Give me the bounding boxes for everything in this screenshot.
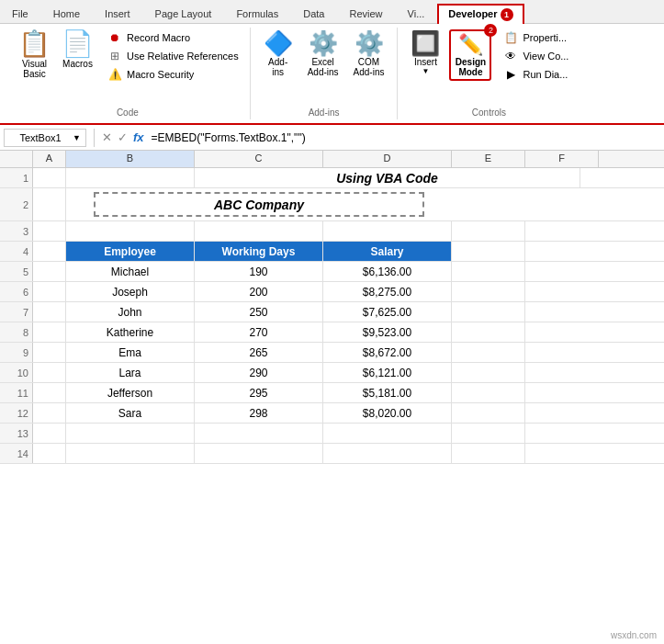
tab-formulas[interactable]: Formulas: [224, 4, 290, 23]
cell-days-6[interactable]: 295: [195, 383, 323, 402]
add-ins-button[interactable]: 🔷 Add-ins: [258, 29, 298, 79]
cell-employee-5[interactable]: Lara: [66, 363, 195, 382]
tab-developer[interactable]: Developer1: [437, 4, 523, 24]
cell-a13[interactable]: [33, 424, 66, 443]
tab-insert[interactable]: Insert: [93, 4, 142, 23]
cell-d13[interactable]: [323, 424, 452, 443]
com-add-ins-button[interactable]: ⚙️ COMAdd-ins: [348, 29, 390, 79]
row-num-6: 6: [0, 282, 33, 301]
formula-confirm-icon[interactable]: ✓: [118, 130, 128, 144]
cell-a12[interactable]: [33, 403, 66, 423]
cell-employee-1[interactable]: Joseph: [66, 282, 195, 301]
use-relative-button[interactable]: ⊞ Use Relative References: [103, 48, 242, 64]
cell-c3[interactable]: [195, 221, 323, 241]
insert-control-button[interactable]: 🔲 Insert ▼: [405, 29, 445, 77]
view-code-button[interactable]: 👁 View Co...: [499, 48, 572, 64]
cell-e7[interactable]: [452, 302, 525, 322]
cell-salary-6[interactable]: $5,181.00: [323, 383, 452, 402]
cell-a5[interactable]: [33, 262, 66, 281]
cell-a8[interactable]: [33, 322, 66, 342]
formula-bar: ▼ ✕ ✓ fx: [0, 125, 664, 151]
properties-button[interactable]: 📋 Properti...: [499, 29, 572, 46]
visual-basic-button[interactable]: 📋 VisualBasic: [13, 29, 56, 81]
cell-e4[interactable]: [452, 242, 525, 261]
row-num-4: 4: [0, 242, 33, 261]
cell-e10[interactable]: [452, 363, 525, 382]
row-num-9: 9: [0, 343, 33, 362]
cell-e11[interactable]: [452, 383, 525, 402]
record-macro-button[interactable]: ⏺ Record Macro: [103, 29, 242, 46]
table-row: 11 Jefferson 295 $5,181.00: [0, 383, 664, 403]
design-mode-button[interactable]: ✏️ DesignMode 2: [449, 29, 491, 81]
cell-days-2[interactable]: 250: [195, 302, 323, 322]
macros-icon: 📄: [62, 31, 94, 57]
cell-employee-4[interactable]: Ema: [66, 343, 195, 362]
cell-employee-3[interactable]: Katherine: [66, 322, 195, 342]
textbox-widget[interactable]: ABC Company: [94, 192, 424, 217]
col-employee-header[interactable]: Employee: [66, 242, 195, 261]
cell-a11[interactable]: [33, 383, 66, 402]
cell-a6[interactable]: [33, 282, 66, 301]
cell-employee-0[interactable]: Michael: [66, 262, 195, 281]
cell-e3[interactable]: [452, 221, 525, 241]
cell-a9[interactable]: [33, 343, 66, 362]
tab-file[interactable]: File: [0, 4, 40, 23]
tab-review[interactable]: Review: [337, 4, 394, 23]
cell-days-5[interactable]: 290: [195, 363, 323, 382]
cell-salary-3[interactable]: $9,523.00: [323, 322, 452, 342]
cell-days-7[interactable]: 298: [195, 403, 323, 423]
cell-days-4[interactable]: 265: [195, 343, 323, 362]
cell-a3[interactable]: [33, 221, 66, 241]
cell-e12[interactable]: [452, 403, 525, 423]
cell-title[interactable]: Using VBA Code: [195, 168, 580, 187]
tab-page-layout[interactable]: Page Layout: [143, 4, 224, 23]
cell-e13[interactable]: [452, 424, 525, 443]
cell-e6[interactable]: [452, 282, 525, 301]
col-salary-header[interactable]: Salary: [323, 242, 452, 261]
formula-cancel-icon[interactable]: ✕: [102, 130, 112, 144]
cell-e9[interactable]: [452, 343, 525, 362]
run-dialog-button[interactable]: ▶ Run Dia...: [499, 66, 572, 83]
cell-days-3[interactable]: 270: [195, 322, 323, 342]
cell-salary-7[interactable]: $8,020.00: [323, 403, 452, 423]
cell-b13[interactable]: [66, 424, 195, 443]
insert-control-icon: 🔲: [411, 31, 440, 55]
name-box-arrow-icon[interactable]: ▼: [73, 133, 81, 142]
cell-e14[interactable]: [452, 444, 525, 463]
tab-data[interactable]: Data: [291, 4, 336, 23]
cell-employee-7[interactable]: Sara: [66, 403, 195, 423]
cell-a4[interactable]: [33, 242, 66, 261]
cell-salary-0[interactable]: $6,136.00: [323, 262, 452, 281]
cell-a7[interactable]: [33, 302, 66, 322]
macro-security-button[interactable]: ⚠️ Macro Security: [103, 66, 242, 83]
cell-a2[interactable]: [33, 188, 66, 220]
cell-salary-2[interactable]: $7,625.00: [323, 302, 452, 322]
cell-e5[interactable]: [452, 262, 525, 281]
cell-salary-1[interactable]: $8,275.00: [323, 282, 452, 301]
excel-add-ins-button[interactable]: ⚙️ ExcelAdd-ins: [302, 29, 344, 79]
cell-b3[interactable]: [66, 221, 195, 241]
macros-button[interactable]: 📄 Macros: [56, 29, 99, 71]
tab-vi[interactable]: Vi...: [396, 4, 437, 23]
cell-salary-4[interactable]: $8,672.00: [323, 343, 452, 362]
cell-e8[interactable]: [452, 322, 525, 342]
cell-c14[interactable]: [195, 444, 323, 463]
name-box-input[interactable]: [8, 130, 73, 145]
col-workdays-header[interactable]: Working Days: [195, 242, 323, 261]
formula-input[interactable]: [152, 131, 660, 144]
cell-a1[interactable]: [33, 168, 66, 187]
cell-days-0[interactable]: 190: [195, 262, 323, 281]
cell-a14[interactable]: [33, 444, 66, 463]
cell-salary-5[interactable]: $6,121.00: [323, 363, 452, 382]
cell-days-1[interactable]: 200: [195, 282, 323, 301]
tab-home[interactable]: Home: [41, 4, 92, 23]
insert-arrow-icon: ▼: [422, 67, 430, 75]
cell-b14[interactable]: [66, 444, 195, 463]
cell-employee-2[interactable]: John: [66, 302, 195, 322]
cell-employee-6[interactable]: Jefferson: [66, 383, 195, 402]
cell-c13[interactable]: [195, 424, 323, 443]
cell-d14[interactable]: [323, 444, 452, 463]
cell-a10[interactable]: [33, 363, 66, 382]
cell-b1[interactable]: [66, 168, 195, 187]
cell-d3[interactable]: [323, 221, 452, 241]
